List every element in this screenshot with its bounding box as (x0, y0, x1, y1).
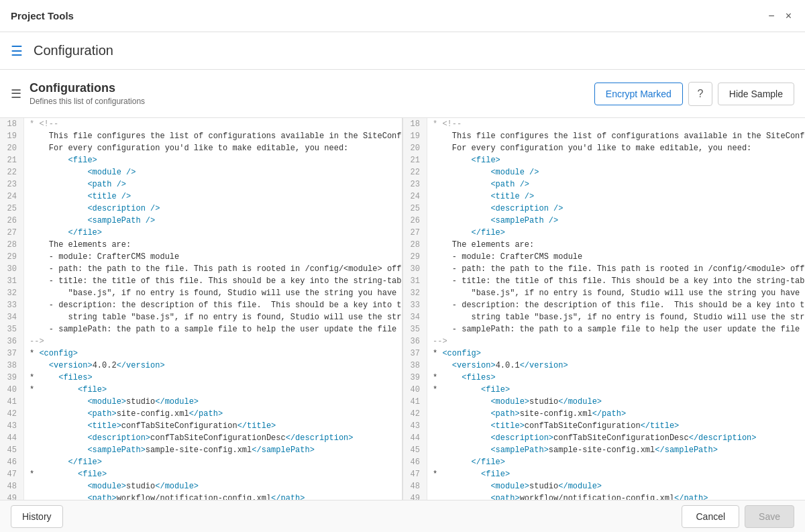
title-bar-controls: − × (765, 7, 794, 25)
config-subtitle: Defines this list of configurations (30, 97, 145, 106)
right-code-content: 1819202122232425262728293031323334353637… (403, 118, 805, 500)
config-title: Configurations (30, 81, 145, 95)
right-editor-pane[interactable]: 1819202122232425262728293031323334353637… (403, 118, 805, 500)
left-code-content: 1819202122232425262728293031323334353637… (0, 118, 402, 500)
config-header-left: ☰ Configurations Defines this list of co… (11, 81, 145, 106)
config-header-right: Encrypt Marked ? Hide Sample (594, 82, 794, 106)
footer-right: Cancel Save (682, 505, 794, 528)
close-button[interactable]: × (783, 7, 794, 25)
history-button[interactable]: History (11, 505, 63, 528)
editor-area: 1819202122232425262728293031323334353637… (0, 118, 805, 500)
window-title: Project Tools (11, 10, 74, 21)
app-title: Configuration (34, 43, 113, 58)
minimize-button[interactable]: − (765, 7, 777, 25)
cancel-button[interactable]: Cancel (682, 505, 739, 528)
footer: History Cancel Save (0, 500, 805, 532)
hamburger-icon[interactable]: ☰ (11, 43, 23, 59)
left-editor-pane[interactable]: 1819202122232425262728293031323334353637… (0, 118, 402, 500)
hide-sample-button[interactable]: Hide Sample (718, 83, 794, 105)
save-button: Save (745, 505, 794, 528)
encrypt-marked-button[interactable]: Encrypt Marked (594, 83, 683, 105)
config-title-block: Configurations Defines this list of conf… (30, 81, 145, 106)
left-line-numbers: 1819202122232425262728293031323334353637… (0, 118, 24, 500)
right-code-lines: * <!-- This file configures the list of … (427, 118, 805, 500)
title-bar: Project Tools − × (0, 0, 805, 32)
config-header: ☰ Configurations Defines this list of co… (0, 70, 805, 118)
left-code-lines: * <!-- This file configures the list of … (24, 118, 402, 500)
help-button[interactable]: ? (688, 82, 712, 106)
config-menu-icon[interactable]: ☰ (11, 87, 21, 101)
title-bar-left: Project Tools (11, 10, 74, 21)
right-line-numbers: 1819202122232425262728293031323334353637… (403, 118, 427, 500)
app-header: ☰ Configuration (0, 32, 805, 70)
